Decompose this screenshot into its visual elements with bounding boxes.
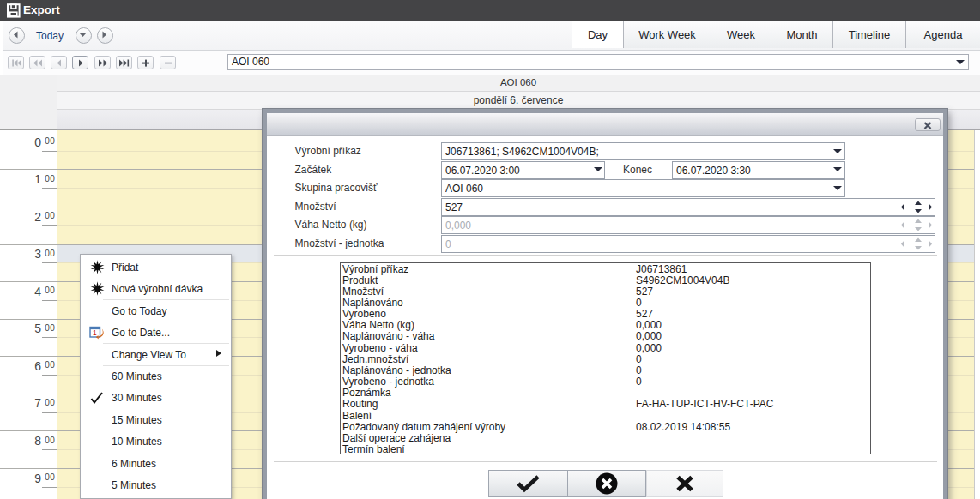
svg-text:1: 1 [93, 328, 97, 337]
